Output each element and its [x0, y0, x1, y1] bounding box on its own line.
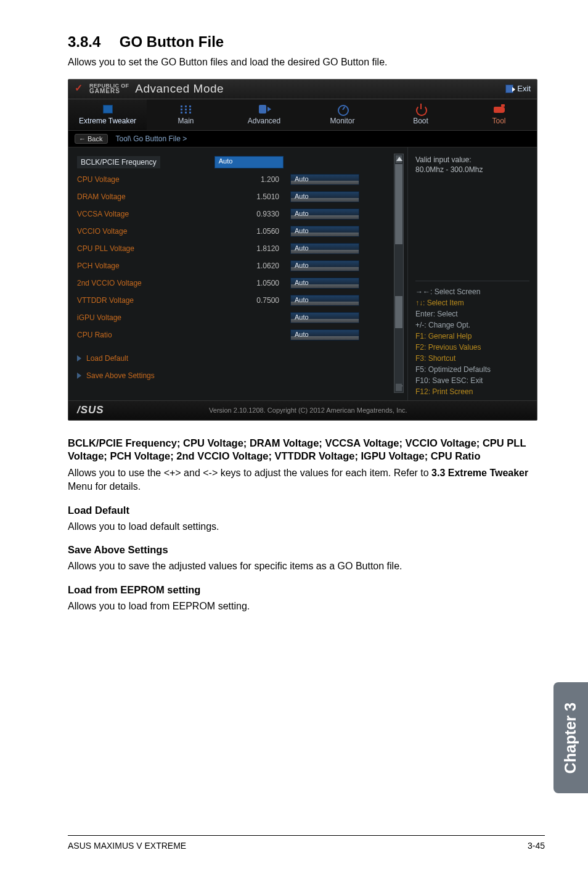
row-auto[interactable]: Auto — [290, 243, 359, 254]
tab-boot[interactable]: Boot — [382, 99, 460, 130]
bios-copyright: Version 2.10.1208. Copyright (C) 2012 Am… — [209, 406, 407, 414]
tab-monitor[interactable]: Monitor — [303, 99, 382, 130]
row-pch-voltage[interactable]: PCH Voltage 1.0620 Auto — [77, 257, 407, 274]
row-label: VCCSA Voltage — [77, 210, 236, 218]
row-value: 1.200 — [236, 175, 290, 184]
tool-icon — [492, 103, 506, 115]
bios-breadcrumb-bar: Back Tool\ Go Button File > — [68, 131, 537, 147]
row-auto[interactable]: Auto — [290, 260, 359, 271]
advanced-icon — [258, 103, 271, 115]
bios-titlebar: REPUBLIC OF GAMERS Advanced Mode Exit — [68, 80, 537, 99]
exit-icon — [505, 85, 513, 93]
valid-input-label: Valid input value: — [415, 155, 529, 165]
row-value: 1.5010 — [236, 192, 290, 201]
row-auto[interactable]: Auto — [290, 226, 359, 237]
page-footer-right: 3-45 — [528, 841, 545, 851]
chapter-tab: Chapter 3 — [553, 682, 588, 793]
action-save-above[interactable]: Save Above Settings — [77, 367, 407, 384]
scroll-thumb[interactable] — [395, 296, 402, 328]
hint-arrows: →←: Select Screen — [415, 286, 529, 297]
bios-body: BCLK/PCIE Frequency Auto CPU Voltage 1.2… — [68, 147, 537, 400]
row-2nd-vccio-voltage[interactable]: 2nd VCCIO Voltage 1.0500 Auto — [77, 274, 407, 292]
row-label: CPU Ratio — [77, 331, 236, 339]
rog-logo: REPUBLIC OF GAMERS Advanced Mode — [75, 82, 224, 96]
row-igpu-voltage[interactable]: iGPU Voltage Auto — [77, 309, 407, 326]
breadcrumb-path: Tool\ Go Button File > — [115, 134, 187, 143]
tab-label: Advanced — [248, 117, 280, 125]
tab-label: Boot — [413, 117, 428, 125]
page-footer-rule — [68, 835, 545, 836]
bios-tabs: Extreme Tweaker Main Advanced Monitor Bo… — [68, 99, 537, 131]
action-label: Load Default — [86, 354, 128, 363]
row-auto[interactable]: Auto — [290, 312, 359, 323]
row-label: VCCIO Voltage — [77, 227, 236, 236]
section-header: 3.8.4 GO Button File — [68, 33, 545, 51]
row-auto[interactable]: Auto — [290, 174, 359, 185]
tab-extreme-tweaker[interactable]: Extreme Tweaker — [68, 99, 147, 130]
row-auto[interactable]: Auto — [290, 295, 359, 306]
row-value: 1.0620 — [236, 262, 290, 270]
check-icon — [75, 83, 86, 94]
rog-logo-line2: GAMERS — [89, 88, 129, 94]
exit-label: Exit — [517, 84, 531, 93]
row-auto[interactable]: Auto — [290, 278, 359, 289]
monitor-icon — [336, 103, 349, 115]
mode-label: Advanced Mode — [135, 82, 224, 96]
load-default-heading: Load Default — [68, 505, 545, 516]
action-load-default[interactable]: Load Default — [77, 350, 407, 367]
hint-enter: Enter: Select — [415, 308, 529, 320]
row-vttddr-voltage[interactable]: VTTDDR Voltage 0.7500 Auto — [77, 292, 407, 309]
row-label: DRAM Voltage — [77, 192, 236, 201]
load-eeprom-paragraph: Allows you to load from EEPROM setting. — [68, 600, 545, 613]
tab-tool[interactable]: Tool — [460, 99, 537, 130]
row-vccsa-voltage[interactable]: VCCSA Voltage 0.9330 Auto — [77, 205, 407, 223]
tab-main[interactable]: Main — [147, 99, 225, 130]
bios-side-panel: Valid input value: 80.0Mhz - 300.0Mhz →←… — [407, 147, 537, 400]
section-number: 3.8.4 — [68, 33, 100, 50]
row-label: CPU Voltage — [77, 175, 236, 184]
tab-label: Tool — [492, 117, 505, 125]
row-auto[interactable]: Auto — [290, 329, 359, 340]
row-value: 1.0560 — [236, 227, 290, 236]
hint-f5: F5: Optimized Defaults — [415, 364, 529, 375]
bios-scrollbar[interactable] — [394, 154, 404, 393]
row-auto[interactable]: Auto — [214, 156, 284, 168]
list-icon — [179, 103, 193, 115]
valid-input-range: 80.0Mhz - 300.0Mhz — [415, 165, 529, 175]
triangle-icon — [77, 355, 81, 361]
tab-label: Monitor — [330, 117, 354, 125]
power-icon — [414, 103, 428, 115]
exit-button[interactable]: Exit — [505, 84, 531, 93]
row-auto[interactable]: Auto — [290, 208, 359, 220]
row-bclk-pcie[interactable]: BCLK/PCIE Frequency Auto — [77, 154, 407, 171]
row-value: 0.9330 — [236, 210, 290, 218]
scroll-down-icon[interactable] — [396, 386, 402, 390]
hint-f3: F3: Shortcut — [415, 353, 529, 364]
back-label: Back — [88, 135, 102, 142]
save-above-heading: Save Above Settings — [68, 544, 545, 556]
desc1-text-b: 3.3 Extreme Tweaker — [431, 468, 528, 478]
row-auto[interactable]: Auto — [290, 191, 359, 202]
scroll-up-icon[interactable] — [396, 157, 402, 161]
hint-f2: F2: Previous Values — [415, 342, 529, 353]
row-cpu-voltage[interactable]: CPU Voltage 1.200 Auto — [77, 171, 407, 188]
scroll-thumb[interactable] — [395, 164, 402, 244]
row-cpu-pll-voltage[interactable]: CPU PLL Voltage 1.8120 Auto — [77, 240, 407, 257]
desc1-paragraph: Allows you to use the <+> and <-> keys t… — [68, 466, 545, 493]
row-label: 2nd VCCIO Voltage — [77, 279, 236, 287]
bios-main: BCLK/PCIE Frequency Auto CPU Voltage 1.2… — [68, 147, 407, 400]
desc1-text-c: Menu for details. — [68, 481, 141, 492]
row-label: iGPU Voltage — [77, 313, 236, 322]
tab-advanced[interactable]: Advanced — [225, 99, 303, 130]
back-button[interactable]: Back — [75, 134, 108, 144]
hint-f1: F1: General Help — [415, 331, 529, 342]
row-dram-voltage[interactable]: DRAM Voltage 1.5010 Auto — [77, 188, 407, 205]
row-cpu-ratio[interactable]: CPU Ratio Auto — [77, 326, 407, 344]
chapter-tab-label: Chapter 3 — [562, 702, 580, 773]
row-value: 1.8120 — [236, 244, 290, 253]
load-default-paragraph: Allows you to load default settings. — [68, 520, 545, 534]
asus-logo: /SUS — [77, 404, 104, 416]
row-vccio-voltage[interactable]: VCCIO Voltage 1.0560 Auto — [77, 223, 407, 240]
hint-updown: ↑↓: Select Item — [415, 297, 529, 308]
row-label: PCH Voltage — [77, 262, 236, 270]
